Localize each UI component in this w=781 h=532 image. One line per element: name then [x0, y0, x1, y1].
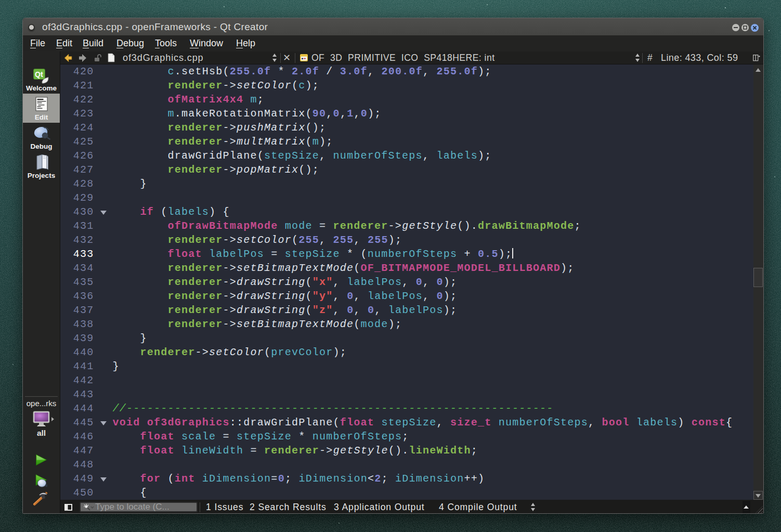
svg-text:Qt: Qt — [35, 70, 43, 79]
